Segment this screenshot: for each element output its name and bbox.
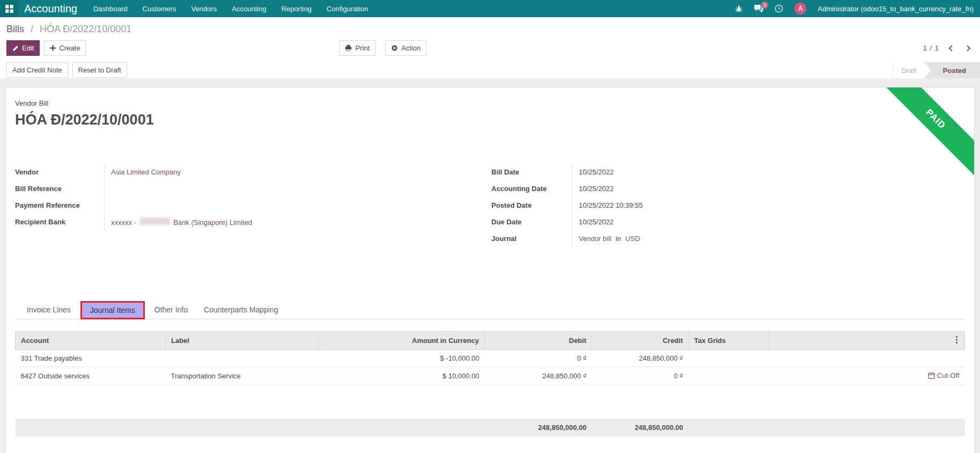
apps-grid-icon [5,5,13,13]
print-button[interactable]: Print [339,40,375,56]
optional-columns-toggle[interactable] [954,335,959,344]
navbar-right: 1 A Administrator (odoo15_to_bank_curren… [735,0,980,17]
create-button-label: Create [59,44,80,52]
account-cell: 6427 Outside services [16,367,166,385]
payment-reference-field-value[interactable] [104,197,491,214]
menu-configuration[interactable]: Configuration [319,0,375,17]
column-header-label[interactable]: Label [166,332,319,350]
vendor-field-value[interactable]: Asia Limited Company [111,168,181,176]
bill-reference-field-label: Bill Reference [15,180,104,197]
cut-off-tag[interactable]: Cut-Off [928,371,960,379]
fields-right-group: Bill Date 10/25/2022 Accounting Date 10/… [491,164,965,247]
gear-icon [391,45,398,52]
redacted-bank-name [140,217,170,225]
credit-total: 248,850,000.00 [592,419,689,436]
breadcrumb-separator: / [31,24,33,34]
column-header-account[interactable]: Account [16,332,166,350]
bill-date-field-label: Bill Date [491,164,572,180]
pager-count: 1 / 1 [923,44,939,52]
menu-dashboard[interactable]: Dashboard [86,0,135,17]
debug-bug-icon[interactable] [735,5,743,13]
breadcrumb-bills-link[interactable]: Bills [6,24,24,34]
debit-cell: 0 ₫ [485,350,592,367]
action-button[interactable]: Action [385,40,426,56]
printer-icon [345,45,352,52]
column-header-tax-grids[interactable]: Tax Grids [689,332,769,350]
control-panel-buttons: Edit Create Print Action 1 / 1 [0,38,980,56]
bill-date-field-value[interactable]: 10/25/2022 [572,164,965,180]
tab-other-info[interactable]: Other Info [148,301,194,319]
control-panel: Bills / HÓA Đ/2022/10/0001 Edit Create P… [0,17,980,78]
fields-section: Vendor Asia Limited Company Bill Referen… [15,164,965,247]
credit-cell: 0 ₫ [592,367,689,385]
amount-cell: $ 10,000.00 [319,367,485,385]
main-menu: Dashboard Customers Vendors Accounting R… [86,0,375,17]
journal-field-label: Journal [491,230,572,247]
reset-to-draft-button[interactable]: Reset to Draft [72,62,127,78]
debit-total: 248,850,000.00 [485,419,592,436]
cut-off-label: Cut-Off [937,371,960,379]
top-navbar: Accounting Dashboard Customers Vendors A… [0,0,980,17]
table-row[interactable]: 6427 Outside services Transportation Ser… [16,367,965,385]
create-button[interactable]: Create [44,40,86,56]
document-name: HÓA Đ/2022/10/0001 [15,112,965,128]
kebab-vertical-icon [955,335,958,344]
edit-button[interactable]: Edit [6,40,40,56]
journal-currency-value[interactable]: USD [625,235,640,243]
status-step-draft[interactable]: Draft [893,62,931,78]
status-step-posted[interactable]: Posted [931,62,980,78]
menu-accounting[interactable]: Accounting [224,0,274,17]
credit-cell: 248,850,000 ₫ [592,350,689,367]
tab-invoice-lines[interactable]: Invoice Lines [20,301,77,319]
fields-left-group: Vendor Asia Limited Company Bill Referen… [15,164,491,247]
totals-row: 248,850,000.00 248,850,000.00 [16,419,965,436]
vendor-bill-sheet: PAID Vendor Bill HÓA Đ/2022/10/0001 Vend… [5,87,975,453]
accounting-date-field-value[interactable]: 10/25/2022 [572,180,965,197]
activities-clock-icon[interactable] [775,4,783,13]
menu-vendors[interactable]: Vendors [183,0,224,17]
print-button-label: Print [355,44,370,52]
column-header-debit[interactable]: Debit [485,332,592,350]
messages-badge: 1 [761,2,768,9]
recipient-bank-field-value[interactable]: xxxxxx - Bank (Singapore) Limited [111,217,252,226]
breadcrumb: Bills / HÓA Đ/2022/10/0001 [0,17,980,38]
tab-counterparts-mapping[interactable]: Counterparts Mapping [197,301,285,319]
pager: 1 / 1 [923,43,974,54]
tax-grids-cell [689,350,769,367]
plus-icon [50,45,56,51]
app-brand[interactable]: Accounting [18,0,86,17]
journal-conjunction: in [616,235,621,243]
payment-reference-field-label: Payment Reference [15,197,104,214]
calendar-icon [928,372,935,379]
menu-reporting[interactable]: Reporting [274,0,319,17]
apps-menu-button[interactable] [0,0,18,17]
recipient-bank-field-label: Recipient Bank [15,214,104,230]
bill-reference-field-value[interactable] [104,180,491,197]
pencil-icon [12,45,19,52]
posted-date-field-value[interactable]: 10/25/2022 10:39:55 [572,197,965,214]
table-header-row: Account Label Amount in Currency Debit C… [16,332,965,350]
journal-field-value[interactable]: Vendor bill [579,235,611,243]
due-date-field-value[interactable]: 10/25/2022 [572,214,965,230]
pager-next-button[interactable] [963,43,974,54]
user-menu[interactable]: Administrator (odoo15_to_bank_currency_r… [817,5,974,13]
add-credit-note-button[interactable]: Add Credit Note [6,62,68,78]
menu-customers[interactable]: Customers [135,0,184,17]
column-header-amount-in-currency[interactable]: Amount in Currency [319,332,485,350]
breadcrumb-current: HÓA Đ/2022/10/0001 [40,24,131,34]
notebook-tabs: Invoice Lines Journal Items Other Info C… [15,301,965,319]
label-cell [166,350,319,367]
table-row[interactable]: 331 Trade payables $ -10,000.00 0 ₫ 248,… [16,350,965,367]
edit-button-label: Edit [22,44,34,52]
messages-icon[interactable]: 1 [754,5,763,13]
status-steps: Draft Posted [893,62,980,78]
accounting-date-field-label: Accounting Date [491,180,572,197]
pager-previous-button[interactable] [946,43,956,54]
extra-cell [769,350,965,367]
tab-journal-items[interactable]: Journal Items [80,301,145,319]
column-header-credit[interactable]: Credit [592,332,689,350]
user-avatar[interactable]: A [794,3,806,14]
label-cell: Transportation Service [166,367,319,385]
document-type-label: Vendor Bill [15,99,965,107]
tax-grids-cell [689,367,769,385]
